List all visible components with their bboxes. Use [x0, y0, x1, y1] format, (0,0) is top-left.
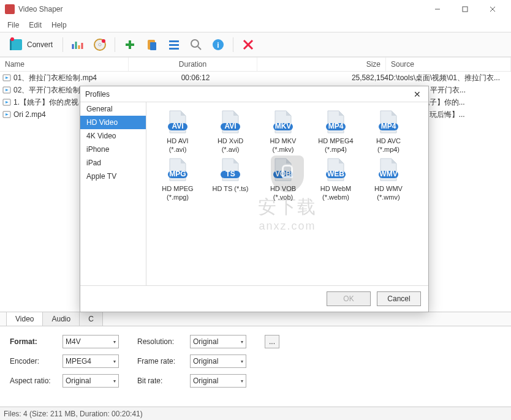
category-item[interactable]: HD Video [80, 116, 146, 129]
profile-item[interactable]: VOBHD VOB(*.vob) [258, 157, 308, 201]
info-icon[interactable]: i [210, 36, 227, 53]
profile-label: HD AVI [153, 137, 203, 145]
file-source: D:\tools\桌面\视频\01、推拉门衣... [388, 73, 509, 83]
svg-point-12 [99, 43, 101, 46]
aspect-label: Aspect ratio: [10, 377, 62, 385]
svg-line-22 [198, 47, 201, 50]
titlebar: Video Shaper [0, 0, 511, 18]
file-size: 25,582,154 [260, 73, 388, 82]
filetype-icon: VOB [271, 157, 295, 182]
maximize-button[interactable] [451, 0, 479, 18]
svg-rect-19 [169, 44, 179, 46]
col-name[interactable]: Name [0, 58, 129, 71]
filetype-icon: WEB [324, 157, 347, 182]
app-icon [5, 4, 15, 14]
file-row[interactable]: 01、推拉门衣柜绘制.mp400:06:1225,582,154D:\tools… [0, 72, 511, 84]
profile-item[interactable]: TSHD TS (*.ts) [205, 157, 255, 201]
framerate-select[interactable]: Original▾ [190, 354, 246, 368]
category-item[interactable]: iPad [80, 156, 146, 170]
list-icon[interactable] [165, 36, 183, 53]
file-name: 01、推拉门衣柜绘制.mp4 [13, 73, 97, 83]
svg-rect-18 [169, 40, 179, 42]
profile-item[interactable]: WEBHD WebM(*.webm) [311, 157, 361, 201]
col-size[interactable]: Size [257, 58, 386, 71]
paste-icon[interactable] [143, 36, 161, 53]
toolbar: Convert i [0, 32, 511, 57]
menu-edit[interactable]: Edit [24, 20, 47, 31]
format-select[interactable]: M4V▾ [62, 335, 119, 348]
filetype-icon: MKV [271, 110, 295, 134]
resolution-select[interactable]: Original▾ [190, 335, 246, 348]
profile-ext: (*.wmv) [363, 193, 414, 201]
filetype-icon: WMV [377, 157, 400, 182]
filetype-icon: TS [219, 157, 242, 182]
profile-item[interactable]: WMVHD WMV(*.wmv) [363, 157, 414, 201]
status-bar: Files: 4 (Size: 211 MB, Duration: 00:20:… [0, 407, 511, 420]
tab-other[interactable]: C [79, 312, 103, 326]
menu-help[interactable]: Help [47, 20, 72, 31]
profile-label: HD MPEG4 [311, 137, 361, 145]
profile-item[interactable]: AVIHD XviD(*.avi) [205, 110, 255, 154]
svg-rect-5 [10, 39, 12, 50]
search-icon[interactable] [187, 36, 205, 53]
profile-item[interactable]: MPGHD MPEG(*.mpg) [153, 157, 203, 201]
burn-disc-icon[interactable] [91, 36, 108, 53]
framerate-label: Frame rate: [137, 357, 190, 366]
file-name: 02、平开门衣柜绘制 [13, 85, 80, 96]
aspect-select[interactable]: Original▾ [62, 374, 119, 388]
profile-item[interactable]: AVIHD AVI(*.avi) [153, 110, 203, 154]
profile-ext: (*.mp4) [311, 145, 361, 154]
category-item[interactable]: General [80, 102, 146, 116]
svg-text:MP4: MP4 [381, 122, 396, 130]
delete-icon[interactable] [240, 36, 257, 53]
close-button[interactable] [479, 0, 506, 18]
svg-text:AVI: AVI [224, 122, 236, 130]
tab-video[interactable]: Video [6, 312, 43, 326]
add-icon[interactable] [121, 36, 138, 53]
file-duration: 00:06:12 [131, 73, 260, 82]
col-duration[interactable]: Duration [129, 58, 257, 71]
bitrate-select[interactable]: Original▾ [190, 374, 246, 388]
profile-label: HD MKV [258, 137, 308, 145]
filetype-icon: MP4 [377, 110, 400, 134]
category-item[interactable]: 4K Video [80, 129, 146, 143]
profile-item[interactable]: MP4HD MPEG4(*.mp4) [311, 110, 361, 154]
menu-file[interactable]: File [2, 20, 24, 31]
file-list-header: Name Duration Size Source [0, 58, 511, 72]
equalizer-icon[interactable] [69, 36, 86, 53]
svg-text:VOB: VOB [275, 170, 291, 178]
profile-label: HD TS (*.ts) [205, 184, 255, 193]
svg-rect-1 [463, 7, 467, 12]
profile-ext: (*.mpg) [153, 193, 203, 201]
svg-rect-20 [169, 48, 179, 50]
file-icon [2, 86, 11, 94]
svg-text:TS: TS [225, 170, 235, 178]
svg-text:WEB: WEB [327, 170, 344, 178]
profile-label: HD MPEG [153, 184, 203, 193]
col-source[interactable]: Source [386, 58, 511, 71]
tab-audio[interactable]: Audio [42, 312, 80, 326]
dialog-cancel-button[interactable]: Cancel [377, 291, 421, 306]
resolution-label: Resolution: [137, 337, 190, 346]
format-label: Format: [10, 337, 62, 346]
category-item[interactable]: Apple TV [80, 170, 146, 183]
profile-item[interactable]: MP4HD AVC(*.mp4) [363, 110, 414, 154]
convert-button[interactable]: Convert [5, 34, 56, 55]
encoder-select[interactable]: MPEG4▾ [62, 354, 119, 368]
profile-ext: (*.mp4) [363, 145, 414, 154]
profile-item[interactable]: MKVHD MKV(*.mkv) [258, 110, 308, 154]
resolution-browse-button[interactable]: ... [265, 335, 279, 348]
profile-label: HD AVC [363, 137, 414, 145]
menubar: File Edit Help [0, 18, 511, 32]
svg-point-13 [102, 39, 105, 43]
category-item[interactable]: iPhone [80, 143, 146, 156]
profile-ext: (*.avi) [205, 145, 255, 154]
file-icon [2, 73, 11, 82]
bitrate-label: Bit rate: [137, 377, 190, 385]
dialog-ok-button[interactable]: OK [327, 291, 371, 306]
dialog-close-button[interactable]: ✕ [411, 88, 423, 100]
svg-point-6 [10, 37, 14, 41]
svg-text:WMV: WMV [379, 170, 397, 178]
svg-text:MPG: MPG [169, 170, 186, 178]
minimize-button[interactable] [423, 0, 451, 18]
